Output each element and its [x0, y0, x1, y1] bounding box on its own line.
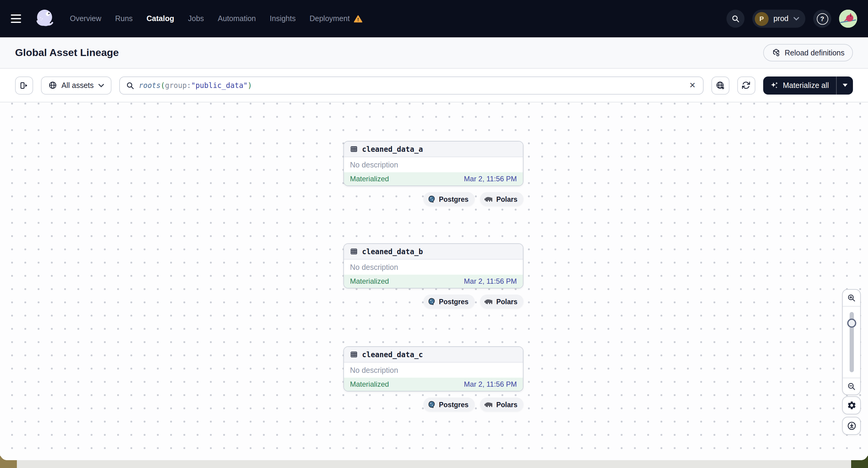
materialize-split-button: Materialize all: [763, 76, 853, 94]
asset-selection-input[interactable]: roots(group:"public_data") ✕: [119, 76, 703, 94]
table-grid-icon: [350, 248, 358, 255]
asset-name: cleaned_data_c: [362, 350, 423, 359]
materialize-all-button[interactable]: Materialize all: [763, 76, 836, 94]
asset-scope-dropdown[interactable]: All assets: [41, 76, 111, 94]
page-title: Global Asset Lineage: [15, 47, 119, 59]
asset-status-row: Materialized Mar 2, 11:56 PM: [344, 275, 523, 288]
tag-label: Polars: [496, 195, 518, 203]
chevron-down-icon: [793, 16, 799, 21]
asset-node-cleaned-data-a[interactable]: cleaned_data_a No description Materializ…: [343, 141, 523, 186]
help-button[interactable]: ?: [813, 10, 831, 28]
materialization-timestamp[interactable]: Mar 2, 11:56 PM: [464, 380, 517, 388]
asset-node-header: cleaned_data_b: [344, 244, 523, 259]
asset-node-group: cleaned_data_c No description Materializ…: [343, 346, 523, 411]
refresh-button[interactable]: [737, 76, 755, 94]
asset-node-header: cleaned_data_a: [344, 142, 523, 157]
settings-gear-icon: [847, 401, 856, 410]
polars-logo-icon: [484, 196, 493, 202]
tag-label: Postgres: [439, 401, 468, 408]
environment-avatar: P: [755, 12, 769, 26]
asset-node-header: cleaned_data_c: [344, 347, 523, 363]
asset-node-group: cleaned_data_a No description Materializ…: [343, 141, 523, 206]
tag-polars[interactable]: Polars: [480, 192, 523, 206]
globe-icon: [48, 81, 57, 90]
asset-description: No description: [344, 157, 523, 172]
asset-name: cleaned_data_a: [362, 145, 423, 153]
chevron-down-icon: [98, 83, 104, 88]
new-selection-button[interactable]: [711, 76, 729, 94]
asset-tags: Postgres Polars: [343, 192, 523, 206]
tag-postgres[interactable]: Postgres: [423, 192, 474, 206]
warning-triangle-icon: [353, 14, 362, 23]
materialization-timestamp[interactable]: Mar 2, 11:56 PM: [464, 277, 517, 285]
top-nav: Overview Runs Catalog Jobs Automation In…: [0, 0, 868, 37]
reload-definitions-button[interactable]: Reload definitions: [763, 44, 853, 61]
asset-status-row: Materialized Mar 2, 11:56 PM: [344, 172, 523, 186]
asset-status-row: Materialized Mar 2, 11:56 PM: [344, 378, 523, 391]
lineage-toolbar: All assets roots(group:"public_data") ✕: [0, 69, 868, 102]
table-grid-icon: [350, 350, 358, 358]
asset-tags: Postgres Polars: [343, 294, 523, 308]
asset-node-cleaned-data-c[interactable]: cleaned_data_c No description Materializ…: [343, 346, 523, 392]
nav-item-deployment-label: Deployment: [310, 14, 350, 23]
download-icon: [847, 421, 856, 431]
app-window: Overview Runs Catalog Jobs Automation In…: [0, 0, 868, 460]
primary-nav: Overview Runs Catalog Jobs Automation In…: [70, 14, 362, 23]
status-badge: Materialized: [350, 277, 389, 285]
tag-postgres[interactable]: Postgres: [423, 398, 474, 411]
nav-right-cluster: P prod ?: [726, 10, 857, 28]
polars-logo-icon: [484, 298, 493, 305]
nav-item-insights[interactable]: Insights: [270, 14, 296, 23]
panel-expand-icon: [19, 81, 29, 90]
tag-postgres[interactable]: Postgres: [423, 294, 474, 308]
reload-definitions-label: Reload definitions: [784, 49, 844, 57]
cube-reload-icon: [771, 48, 780, 57]
asset-node-group: cleaned_data_b No description Materializ…: [343, 243, 523, 308]
user-avatar[interactable]: [839, 10, 857, 28]
postgres-logo-icon: [427, 401, 435, 408]
tag-label: Polars: [496, 401, 518, 408]
postgres-logo-icon: [427, 195, 435, 203]
zoom-in-button[interactable]: [843, 290, 860, 307]
tag-polars[interactable]: Polars: [480, 294, 523, 308]
open-sidebar-button[interactable]: [15, 76, 33, 94]
tag-label: Postgres: [439, 195, 468, 203]
nav-item-catalog[interactable]: Catalog: [147, 14, 175, 23]
materialization-timestamp[interactable]: Mar 2, 11:56 PM: [464, 175, 517, 183]
search-icon: [731, 14, 740, 23]
download-image-button[interactable]: [842, 417, 861, 435]
status-badge: Materialized: [350, 175, 389, 183]
zoom-in-icon: [847, 293, 856, 302]
nav-item-jobs[interactable]: Jobs: [188, 14, 204, 23]
asset-description: No description: [344, 363, 523, 378]
graph-settings-button[interactable]: [842, 396, 861, 414]
zoom-control-group: [842, 289, 861, 395]
polars-logo-icon: [484, 401, 493, 408]
status-badge: Materialized: [350, 380, 389, 388]
clear-query-button[interactable]: ✕: [685, 78, 700, 92]
materialize-options-button[interactable]: [837, 76, 853, 94]
dagster-logo-icon[interactable]: [33, 7, 57, 31]
zoom-out-button[interactable]: [843, 378, 860, 395]
zoom-slider-thumb[interactable]: [847, 319, 856, 327]
environment-switcher[interactable]: P prod: [752, 10, 805, 28]
asset-tags: Postgres Polars: [343, 398, 523, 411]
tag-label: Polars: [496, 298, 518, 305]
zoom-slider: [843, 307, 860, 378]
hamburger-menu-button[interactable]: [11, 10, 27, 28]
caret-down-icon: [842, 84, 847, 87]
asset-selection-query: roots(group:"public_data"): [139, 81, 680, 89]
globe-add-icon: [715, 81, 725, 90]
tag-polars[interactable]: Polars: [480, 398, 523, 411]
nav-item-runs[interactable]: Runs: [115, 14, 132, 23]
asset-node-cleaned-data-b[interactable]: cleaned_data_b No description Materializ…: [343, 243, 523, 288]
lineage-canvas[interactable]: cleaned_data_a No description Materializ…: [0, 102, 868, 460]
page-header: Global Asset Lineage Reload definitions: [0, 37, 868, 69]
search-button[interactable]: [726, 10, 745, 28]
nav-item-automation[interactable]: Automation: [218, 14, 256, 23]
nav-item-overview[interactable]: Overview: [70, 14, 101, 23]
asset-scope-label: All assets: [61, 81, 94, 89]
asset-description: No description: [344, 259, 523, 275]
nav-item-deployment[interactable]: Deployment: [310, 14, 362, 23]
table-grid-icon: [350, 145, 358, 153]
